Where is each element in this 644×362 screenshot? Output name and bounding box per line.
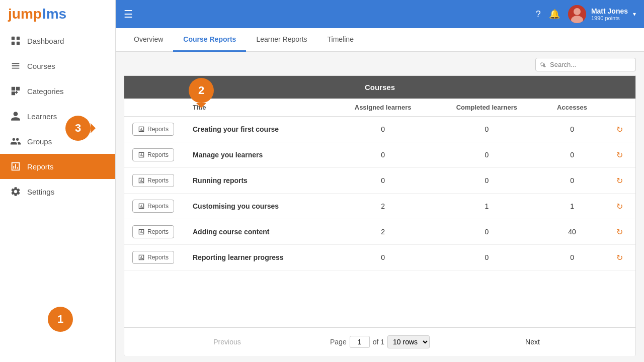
- reports-button[interactable]: Reports: [132, 174, 174, 187]
- hamburger-button[interactable]: ☰: [124, 8, 133, 20]
- svg-rect-0: [12, 37, 15, 40]
- refresh-icon[interactable]: ↻: [616, 228, 623, 236]
- help-icon[interactable]: ?: [536, 9, 541, 20]
- sidebar: jump lms Dashboard Courses Categories Le…: [0, 0, 116, 362]
- user-menu[interactable]: Matt Jones 1990 points ▾: [568, 5, 636, 23]
- course-title: Customising you courses: [185, 194, 333, 219]
- logo-jump: jump: [8, 6, 42, 22]
- tab-timeline[interactable]: Timeline: [317, 28, 364, 52]
- course-title: Creating your first course: [185, 117, 333, 142]
- refresh-icon[interactable]: ↻: [616, 202, 623, 211]
- prev-button[interactable]: Previous: [124, 333, 330, 351]
- reports-button[interactable]: Reports: [132, 123, 174, 136]
- course-title: Manage you learners: [185, 142, 333, 168]
- annotation-bubble-3: 3: [65, 116, 91, 141]
- table-row: Reports Reporting learner progress 0 0 0…: [124, 245, 635, 270]
- svg-rect-1: [17, 37, 20, 40]
- user-dropdown-icon: ▾: [633, 11, 636, 18]
- accesses: 0: [540, 245, 604, 270]
- search-input[interactable]: [535, 58, 636, 71]
- reports-btn-cell: Reports: [124, 142, 185, 168]
- assigned-learners: 0: [333, 168, 433, 194]
- completed-learners: 0: [433, 219, 540, 245]
- tab-overview[interactable]: Overview: [124, 28, 173, 52]
- bar-chart-icon: [138, 126, 145, 133]
- completed-learners: 0: [433, 245, 540, 270]
- table-row: Reports Creating your first course 0 0 0…: [124, 117, 635, 142]
- col-accesses: Accesses: [540, 99, 604, 117]
- of-label: of 1: [373, 338, 384, 346]
- tab-course-reports[interactable]: Course Reports: [173, 28, 246, 52]
- search-row: [124, 58, 636, 71]
- bar-chart-icon: [138, 228, 145, 235]
- logo-lms-text: lms: [42, 6, 66, 22]
- completed-learners: 0: [433, 117, 540, 142]
- bar-chart-icon: [138, 203, 145, 210]
- sidebar-item-courses-label: Courses: [27, 62, 55, 70]
- accesses: 40: [540, 219, 604, 245]
- refresh-icon[interactable]: ↻: [616, 125, 623, 134]
- sidebar-nav: Dashboard Courses Categories Learners Gr…: [0, 28, 115, 204]
- svg-rect-3: [17, 42, 20, 45]
- completed-learners: 0: [433, 142, 540, 168]
- sidebar-item-categories[interactable]: Categories: [0, 78, 115, 104]
- courses-icon: [10, 60, 21, 71]
- completed-learners: 1: [433, 194, 540, 219]
- settings-icon: [10, 186, 21, 197]
- learners-icon: [10, 111, 21, 122]
- bell-icon[interactable]: 🔔: [549, 9, 560, 20]
- bar-chart-icon: [138, 254, 145, 261]
- reports-button[interactable]: Reports: [132, 200, 174, 213]
- refresh-icon[interactable]: ↻: [616, 176, 623, 185]
- svg-point-5: [574, 8, 581, 15]
- table-row: Reports Customising you courses 2 1 1 ↻: [124, 194, 635, 219]
- rows-select[interactable]: 10 rows 25 rows 50 rows: [387, 335, 430, 348]
- topbar: ☰ ? 🔔 Matt Jones 1990 points ▾: [116, 0, 644, 28]
- refresh-cell: ↻: [604, 117, 635, 142]
- page-label: Page: [330, 338, 347, 346]
- pagination: Previous Page of 1 10 rows 25 rows 50 ro…: [124, 327, 636, 356]
- main-area: ☰ ? 🔔 Matt Jones 1990 points ▾: [116, 0, 644, 362]
- sidebar-item-courses[interactable]: Courses: [0, 53, 115, 78]
- reports-button[interactable]: Reports: [132, 225, 174, 238]
- reports-btn-cell: Reports: [124, 168, 185, 194]
- sidebar-item-settings[interactable]: Settings: [0, 179, 115, 204]
- refresh-icon[interactable]: ↻: [616, 151, 623, 159]
- sidebar-item-groups-label: Groups: [27, 137, 52, 146]
- reports-button[interactable]: Reports: [132, 251, 174, 264]
- reports-btn-cell: Reports: [124, 245, 185, 270]
- user-name: Matt Jones: [591, 7, 628, 15]
- assigned-learners: 0: [333, 142, 433, 168]
- col-assigned: Assigned learners: [333, 99, 433, 117]
- avatar: [568, 5, 586, 23]
- reports-btn-cell: Reports: [124, 117, 185, 142]
- groups-icon: [10, 136, 21, 147]
- sidebar-item-settings-label: Settings: [27, 188, 54, 196]
- assigned-learners: 0: [333, 245, 433, 270]
- refresh-icon[interactable]: ↻: [616, 253, 623, 262]
- sidebar-item-learners-label: Learners: [27, 112, 57, 121]
- reports-icon: [10, 161, 21, 172]
- page-input[interactable]: [350, 336, 370, 348]
- table-row: Reports Adding course content 2 0 40 ↻: [124, 219, 635, 245]
- sidebar-item-dashboard[interactable]: Dashboard: [0, 28, 115, 53]
- sidebar-item-categories-label: Categories: [27, 87, 64, 96]
- course-title: Adding course content: [185, 219, 333, 245]
- topbar-right: ? 🔔 Matt Jones 1990 points ▾: [536, 5, 636, 23]
- table-body: Reports Creating your first course 0 0 0…: [124, 117, 635, 270]
- refresh-cell: ↻: [604, 219, 635, 245]
- sidebar-item-reports-label: Reports: [27, 162, 54, 171]
- avatar-img: [568, 5, 586, 23]
- sidebar-item-dashboard-label: Dashboard: [27, 37, 64, 45]
- accesses: 1: [540, 194, 604, 219]
- refresh-cell: ↻: [604, 194, 635, 219]
- tab-learner-reports[interactable]: Learner Reports: [246, 28, 317, 52]
- reports-button[interactable]: Reports: [132, 148, 174, 161]
- sidebar-item-reports[interactable]: Reports: [0, 154, 115, 179]
- col-refresh: [604, 99, 635, 117]
- assigned-learners: 2: [333, 194, 433, 219]
- reports-btn-cell: Reports: [124, 194, 185, 219]
- categories-icon: [10, 85, 21, 97]
- next-button[interactable]: Next: [430, 333, 635, 351]
- table-row: Reports Running reports 0 0 0 ↻: [124, 168, 635, 194]
